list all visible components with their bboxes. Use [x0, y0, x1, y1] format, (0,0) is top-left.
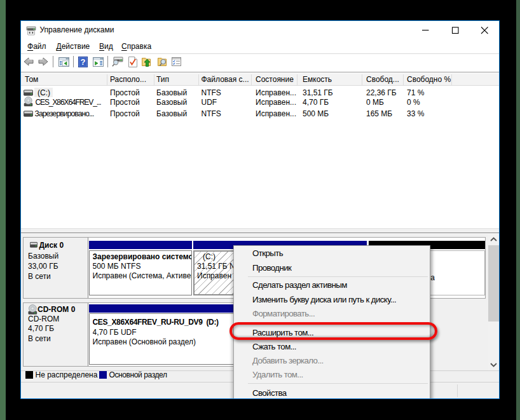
svg-text:?: ?: [80, 57, 85, 67]
